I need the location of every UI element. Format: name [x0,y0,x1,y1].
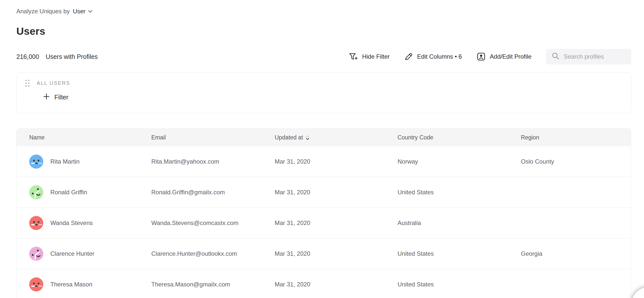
profile-badge-icon [477,52,486,61]
avatar [29,155,43,169]
cell-name: Wanda Stevens [29,216,151,230]
column-header-name[interactable]: Name [29,134,151,141]
table-header-row: Name Email Updated at Country Code Regio… [17,129,631,146]
filter-group-label: ALL USERS [37,80,70,86]
edit-columns-label: Edit Columns • 6 [417,53,462,60]
avatar [29,247,43,261]
cell-name: Clarence Hunter [29,247,151,261]
add-edit-profile-label: Add/Edit Profile [490,53,531,60]
user-name[interactable]: Ronald Griffin [50,189,87,196]
add-filter-label: Filter [54,94,68,101]
avatar [29,216,43,230]
user-name[interactable]: Clarence Hunter [50,250,94,257]
cell-updated-at: Mar 31, 2020 [275,219,398,227]
table-row[interactable]: Ronald Griffin Ronald.Griffin@gmailx.com… [17,177,631,208]
filter-panel: ALL USERS Filter [16,72,631,113]
cell-name: Ronald Griffin [29,185,151,199]
user-name[interactable]: Rita Martin [50,158,80,165]
table-row[interactable]: Rita Martin Rita.Martin@yahoox.com Mar 3… [17,146,631,177]
user-name[interactable]: Theresa Mason [50,281,92,288]
cell-country-code: Australia [398,219,521,227]
column-header-updated-at[interactable]: Updated at [275,134,398,141]
column-header-email[interactable]: Email [151,134,275,141]
hide-filter-button[interactable]: Hide Filter [349,52,389,61]
cell-email: Ronald.Griffin@gmailx.com [151,189,275,196]
cell-name: Theresa Mason [29,277,151,291]
cell-country-code: Norway [398,158,521,165]
cell-email: Rita.Martin@yahoox.com [151,158,275,165]
action-row: 216,000 Users with Profiles Hide Filter … [16,49,631,64]
search-profiles-input[interactable] [564,53,624,60]
sort-icon[interactable] [306,135,309,140]
profile-count-value: 216,000 [16,53,39,60]
add-filter-button[interactable]: Filter [43,93,68,101]
avatar [29,185,43,199]
profile-count: 216,000 Users with Profiles [16,53,98,60]
cell-country-code: United States [398,250,521,257]
cell-name: Rita Martin [29,155,151,169]
analyze-uniques-value[interactable]: User [73,8,86,15]
page-title: Users [16,25,644,38]
search-profiles-box[interactable] [546,49,631,64]
column-header-region[interactable]: Region [521,134,631,141]
users-page: Analyze Uniques by User Users 216,000 Us… [0,0,644,298]
hide-filter-label: Hide Filter [362,53,389,60]
avatar [29,277,43,291]
cell-country-code: United States [398,281,521,288]
plus-icon [43,93,50,101]
search-icon [552,52,560,61]
help-fab-cutoff[interactable] [632,287,644,298]
table-row[interactable]: Wanda Stevens Wanda.Stevens@comcastx.com… [17,208,631,238]
column-header-country-code[interactable]: Country Code [398,134,521,141]
toolbar-actions: Hide Filter Edit Columns • 6 Add/Edit Pr… [349,49,631,64]
cell-email: Wanda.Stevens@comcastx.com [151,219,275,227]
funnel-plus-icon [349,52,358,61]
cell-region: Georgia [521,250,631,257]
table-body: Rita Martin Rita.Martin@yahoox.com Mar 3… [17,146,631,298]
cell-updated-at: Mar 31, 2020 [275,250,398,257]
cell-updated-at: Mar 31, 2020 [275,189,398,196]
drag-handle-icon[interactable] [25,80,29,87]
user-name[interactable]: Wanda Stevens [50,219,93,227]
users-table: Name Email Updated at Country Code Regio… [16,128,631,298]
cell-country-code: United States [398,189,521,196]
cell-email: Clarence.Hunter@outlookx.com [151,250,275,257]
filter-group-row: ALL USERS [25,80,631,87]
add-edit-profile-button[interactable]: Add/Edit Profile [477,52,531,61]
chevron-down-icon[interactable] [88,10,92,13]
analyze-uniques-bar: Analyze Uniques by User [16,8,644,15]
cell-region: Oslo County [521,158,631,165]
analyze-uniques-label: Analyze Uniques by [16,8,70,15]
cell-updated-at: Mar 31, 2020 [275,281,398,288]
table-row[interactable]: Clarence Hunter Clarence.Hunter@outlookx… [17,238,631,269]
pencil-icon [404,52,413,61]
edit-columns-button[interactable]: Edit Columns • 6 [404,52,462,61]
table-row[interactable]: Theresa Mason Theresa.Mason@gmailx.com M… [17,269,631,298]
cell-updated-at: Mar 31, 2020 [275,158,398,165]
profile-count-label: Users with Profiles [46,53,98,60]
cell-email: Theresa.Mason@gmailx.com [151,281,275,288]
